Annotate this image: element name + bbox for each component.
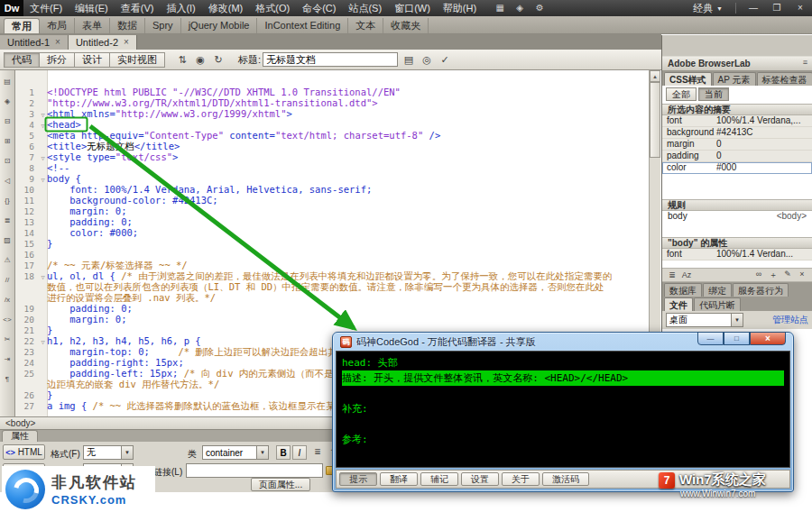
- panel-tab[interactable]: AP 元素: [713, 72, 756, 86]
- code-line[interactable]: 8 <!--: [15, 162, 649, 173]
- menu-item[interactable]: 插入(I): [160, 0, 201, 16]
- menu-item[interactable]: 帮助(H): [437, 0, 483, 16]
- class-dropdown[interactable]: container▼: [202, 445, 269, 460]
- code-line[interactable]: 10 font: 100%/1.4 Verdana, Arial, Helvet…: [15, 184, 649, 195]
- html-mode-button[interactable]: <> HTML: [3, 444, 45, 460]
- translator-button[interactable]: 翻译: [380, 472, 418, 486]
- menu-item[interactable]: 格式(O): [249, 0, 296, 16]
- refresh-icon[interactable]: ↻: [209, 52, 227, 68]
- close-icon[interactable]: ×: [55, 35, 60, 50]
- css-summary-row[interactable]: font100%/1.4 Verdana,...: [662, 115, 812, 127]
- translator-button[interactable]: 关于: [502, 472, 540, 486]
- code-line[interactable]: 4▽<head>: [15, 119, 649, 130]
- css-property-row[interactable]: font100%/1.4 Verdan...: [662, 249, 812, 261]
- translator-button[interactable]: 辅记: [420, 472, 458, 486]
- maximize-button[interactable]: ❐: [766, 2, 788, 14]
- codegod-maximize-button[interactable]: □: [724, 332, 750, 345]
- minimize-button[interactable]: —: [743, 2, 764, 14]
- site-dropdown[interactable]: 桌面▼: [666, 313, 743, 327]
- insert-tab[interactable]: Spry: [145, 18, 181, 33]
- category-view-icon[interactable]: ≣: [666, 270, 678, 279]
- code-line[interactable]: 18▽ul, ol, dl { /* 由于浏览器之间的差距，最佳做法是在列表中将…: [15, 270, 649, 281]
- edit-rule-icon[interactable]: ✎: [781, 270, 794, 281]
- code-line[interactable]: 16: [15, 249, 649, 260]
- panel-menu-icon[interactable]: ≡: [803, 58, 807, 67]
- scrollbar-thumb[interactable]: [650, 82, 660, 158]
- code-line[interactable]: 2 "http://www.w3.org/TR/xhtml1/DTD/xhtml…: [15, 97, 649, 108]
- codegod-close-button[interactable]: ×: [750, 332, 786, 345]
- close-icon[interactable]: ×: [124, 35, 129, 50]
- insert-tab[interactable]: jQuery Mobile: [181, 18, 258, 33]
- balance-braces-icon[interactable]: {}: [1, 191, 14, 210]
- manage-sites-link[interactable]: 管理站点: [772, 314, 808, 326]
- panel-tab[interactable]: 数据库: [664, 283, 702, 297]
- code-line[interactable]: 9▽body {: [15, 173, 649, 184]
- open-documents-icon[interactable]: ▤: [1, 72, 14, 91]
- code-line[interactable]: 数值，也可以在列表所包含的列表项（LI、DT 和 DD）中指定需要的数值。请注意…: [15, 281, 649, 292]
- menu-item[interactable]: 命令(C): [296, 0, 342, 16]
- validate-icon[interactable]: ✓: [436, 52, 454, 68]
- panel-tab[interactable]: 绑定: [703, 283, 732, 297]
- css-summary-row[interactable]: color#000: [662, 162, 812, 174]
- menu-item[interactable]: 站点(S): [342, 0, 388, 16]
- menu-item[interactable]: 修改(M): [202, 0, 250, 16]
- code-line[interactable]: 20 margin: 0;: [15, 314, 649, 325]
- file-management-icon[interactable]: ⇅: [173, 52, 191, 68]
- scroll-up-icon[interactable]: ▲: [650, 70, 660, 82]
- css-summary-row[interactable]: background...#42413C: [662, 127, 812, 139]
- workspace-switcher[interactable]: 经典 ▼: [686, 2, 730, 15]
- code-line[interactable]: 15 }: [15, 238, 649, 249]
- expand-all-icon[interactable]: ⊡: [1, 151, 14, 170]
- insert-tab[interactable]: 常用: [4, 18, 40, 33]
- wrap-tag-icon[interactable]: <>: [1, 310, 14, 329]
- code-line[interactable]: 14 color: #000;: [15, 227, 649, 238]
- document-tab[interactable]: Untitled-1×: [0, 35, 69, 50]
- css-rule-row[interactable]: body<body>: [662, 211, 812, 223]
- indent-code-icon[interactable]: ⇥: [1, 350, 14, 369]
- code-line[interactable]: 17 /* ~~ 元素/标签选择器 ~~ */: [15, 260, 649, 270]
- link-input[interactable]: [186, 463, 323, 478]
- close-button[interactable]: ×: [789, 2, 811, 14]
- code-line[interactable]: 进行的设置将会层叠到 .nav 列表。*/: [15, 292, 649, 303]
- site-setup-icon[interactable]: ⚙: [531, 2, 549, 14]
- insert-tab[interactable]: InContext Editing: [257, 18, 348, 33]
- body-tag-selector[interactable]: <body>: [5, 418, 35, 428]
- code-line[interactable]: 19 padding: 0;: [15, 303, 649, 314]
- view-button[interactable]: 实时视图: [109, 52, 165, 68]
- translator-button[interactable]: 激活码: [542, 472, 589, 486]
- highlight-invalid-code-icon[interactable]: ▨: [1, 231, 14, 250]
- code-line[interactable]: 11 background-color: #42413C;: [15, 195, 649, 206]
- view-button[interactable]: 设计: [74, 52, 110, 68]
- panel-tab[interactable]: 代码片断: [694, 297, 741, 311]
- format-source-code-icon[interactable]: ¶: [1, 370, 14, 389]
- insert-tab[interactable]: 文本: [348, 18, 383, 33]
- collapse-full-tag-icon[interactable]: ⊟: [1, 112, 14, 131]
- collapse-selection-icon[interactable]: ⊞: [1, 132, 14, 151]
- view-button[interactable]: 拆分: [39, 52, 75, 68]
- line-numbers-icon[interactable]: ≣: [1, 211, 14, 230]
- menu-item[interactable]: 编辑(E): [69, 0, 115, 16]
- code-line[interactable]: 3▽<html xmlns="http://www.w3.org/1999/xh…: [15, 108, 649, 119]
- codegod-window[interactable]: 码 码神CodeGod - 万能代码翻译器 - 共享版 — □ × head: …: [332, 332, 794, 492]
- italic-button[interactable]: I: [292, 445, 307, 460]
- page-properties-button[interactable]: 页面属性...: [251, 478, 310, 491]
- code-line[interactable]: 13 padding: 0;: [15, 216, 649, 227]
- view-options-icon[interactable]: ▤: [400, 52, 418, 68]
- code-line[interactable]: 6 <title>无标题文档</title>: [15, 141, 649, 151]
- insert-tab[interactable]: 布局: [40, 18, 75, 33]
- layout-switcher-icon[interactable]: ▦: [491, 2, 509, 14]
- translator-button[interactable]: 提示: [339, 472, 377, 486]
- panel-tab[interactable]: CSS样式: [664, 72, 712, 86]
- codegod-minimize-button[interactable]: —: [697, 332, 724, 345]
- show-code-navigator-icon[interactable]: ◈: [1, 92, 14, 111]
- css-all-mode-button[interactable]: 全部: [666, 87, 697, 101]
- code-line[interactable]: 5 <meta http-equiv="Content-Type" conten…: [15, 130, 649, 141]
- attach-stylesheet-icon[interactable]: ∞: [752, 270, 765, 281]
- css-summary-row[interactable]: margin0: [662, 139, 812, 151]
- menu-item[interactable]: 文件(F): [23, 0, 69, 16]
- panel-tab[interactable]: 服务器行为: [733, 283, 789, 297]
- recent-snippets-icon[interactable]: ✂: [1, 330, 14, 349]
- remove-comment-icon[interactable]: /x: [1, 290, 14, 309]
- translator-button[interactable]: 设置: [461, 472, 499, 486]
- bold-button[interactable]: B: [276, 445, 291, 460]
